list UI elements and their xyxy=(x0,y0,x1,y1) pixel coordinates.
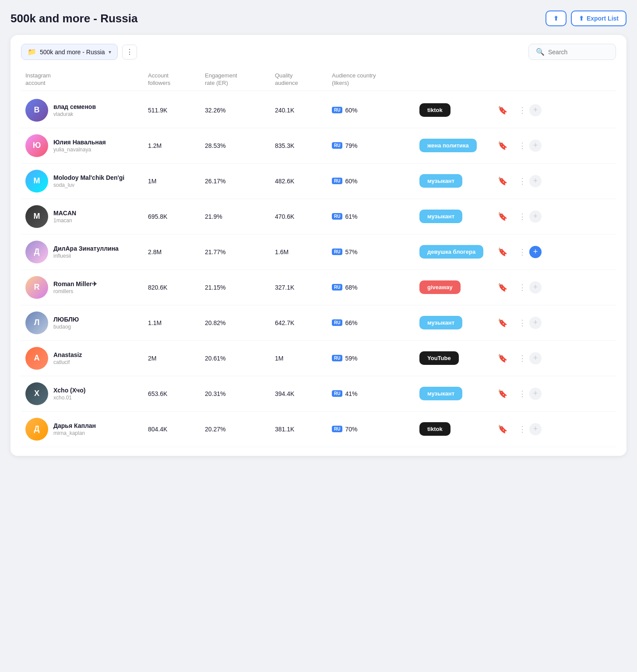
more-button[interactable]: ⋮ xyxy=(518,389,526,399)
bookmark-cell[interactable]: 🔖 xyxy=(489,105,516,115)
more-cell[interactable]: ⋮ xyxy=(516,105,529,115)
more-button[interactable]: ⋮ xyxy=(518,105,526,115)
add-button[interactable]: + xyxy=(529,140,542,152)
table-row: M Molodoy Mal'chik Den'gi soda_luv 1M 26… xyxy=(21,164,616,199)
add-button[interactable]: + xyxy=(529,352,542,364)
add-button[interactable]: + xyxy=(529,175,542,187)
more-button[interactable]: ⋮ xyxy=(518,247,526,257)
export-button[interactable]: ⬆ Export List xyxy=(571,10,626,26)
add-button[interactable]: + xyxy=(529,246,542,258)
account-handle: influesii xyxy=(53,253,119,259)
account-handle: catlucif xyxy=(53,359,82,365)
search-input[interactable] xyxy=(548,49,609,56)
add-cell[interactable]: + xyxy=(529,210,542,223)
more-cell[interactable]: ⋮ xyxy=(516,424,529,434)
more-button[interactable]: ⋮ xyxy=(518,141,526,150)
account-handle: mirna_kaplan xyxy=(53,430,96,436)
bookmark-cell[interactable]: 🔖 xyxy=(489,283,516,292)
tag-cell: tiktok xyxy=(419,422,489,436)
country-pct: 41% xyxy=(345,390,357,397)
bookmark-icon[interactable]: 🔖 xyxy=(498,212,507,221)
er-cell: 21.9% xyxy=(205,213,275,220)
tag-badge: музыкант xyxy=(419,316,462,329)
more-cell[interactable]: ⋮ xyxy=(516,354,529,363)
account-name: ДилАра Зинатуллина xyxy=(53,245,119,252)
more-button[interactable]: ⋮ xyxy=(518,176,526,186)
add-cell[interactable]: + xyxy=(529,317,542,329)
add-cell[interactable]: + xyxy=(529,281,542,294)
country-pct: 61% xyxy=(345,213,357,220)
country-flag: RU xyxy=(332,142,342,149)
bookmark-cell[interactable]: 🔖 xyxy=(489,212,516,221)
bookmark-icon[interactable]: 🔖 xyxy=(498,389,507,399)
bookmark-icon[interactable]: 🔖 xyxy=(498,354,507,363)
page-header: 500k and more - Russia ⬆ ⬆ Export List xyxy=(11,10,626,26)
account-info: Юлия Навальная yulia_navalnaya xyxy=(53,139,106,153)
more-button[interactable]: ⋮ xyxy=(518,283,526,292)
table-row: Ю Юлия Навальная yulia_navalnaya 1.2M 28… xyxy=(21,128,616,164)
country-pct: 60% xyxy=(345,178,357,185)
more-cell[interactable]: ⋮ xyxy=(516,176,529,186)
add-cell[interactable]: + xyxy=(529,388,542,400)
tag-badge: музыкант xyxy=(419,210,462,223)
more-options-button[interactable]: ⋮ xyxy=(122,45,137,60)
avatar: X xyxy=(25,382,48,405)
country-cell: RU 59% xyxy=(332,355,419,362)
bookmark-icon[interactable]: 🔖 xyxy=(498,141,507,150)
bookmark-icon[interactable]: 🔖 xyxy=(498,176,507,186)
tag-cell: tiktok xyxy=(419,103,489,117)
bookmark-cell[interactable]: 🔖 xyxy=(489,176,516,186)
tag-badge: giveaway xyxy=(419,280,461,294)
table-row: Л ЛЮБЛЮ budaog 1.1M 20.82% 642.7K RU 66%… xyxy=(21,305,616,341)
add-cell[interactable]: + xyxy=(529,104,542,116)
account-name: ЛЮБЛЮ xyxy=(53,316,79,323)
col-tag xyxy=(419,72,489,87)
add-button[interactable]: + xyxy=(529,423,542,435)
more-cell[interactable]: ⋮ xyxy=(516,283,529,292)
bookmark-icon[interactable]: 🔖 xyxy=(498,247,507,257)
more-button[interactable]: ⋮ xyxy=(518,354,526,363)
bookmark-cell[interactable]: 🔖 xyxy=(489,141,516,150)
country-cell: RU 60% xyxy=(332,178,419,185)
add-button[interactable]: + xyxy=(529,104,542,116)
bookmark-cell[interactable]: 🔖 xyxy=(489,247,516,257)
add-button[interactable]: + xyxy=(529,388,542,400)
bookmark-icon[interactable]: 🔖 xyxy=(498,318,507,328)
list-selector[interactable]: 📁 500k and more - Russia ▾ xyxy=(21,44,118,60)
search-box[interactable]: 🔍 xyxy=(528,44,616,60)
add-cell[interactable]: + xyxy=(529,352,542,364)
more-cell[interactable]: ⋮ xyxy=(516,141,529,150)
more-button[interactable]: ⋮ xyxy=(518,212,526,221)
more-cell[interactable]: ⋮ xyxy=(516,212,529,221)
country-cell: RU 57% xyxy=(332,248,419,256)
account-name: влад семенов xyxy=(53,103,96,110)
er-cell: 28.53% xyxy=(205,142,275,149)
followers-cell: 695.8K xyxy=(148,213,205,220)
more-cell[interactable]: ⋮ xyxy=(516,318,529,328)
bookmark-cell[interactable]: 🔖 xyxy=(489,318,516,328)
add-cell[interactable]: + xyxy=(529,423,542,435)
more-cell[interactable]: ⋮ xyxy=(516,247,529,257)
add-button[interactable]: + xyxy=(529,210,542,223)
add-cell[interactable]: + xyxy=(529,246,542,258)
avatar: Ю xyxy=(25,134,48,157)
more-button[interactable]: ⋮ xyxy=(518,318,526,328)
bookmark-icon[interactable]: 🔖 xyxy=(498,424,507,434)
more-cell[interactable]: ⋮ xyxy=(516,389,529,399)
bookmark-icon[interactable]: 🔖 xyxy=(498,105,507,115)
country-flag: RU xyxy=(332,284,342,290)
bookmark-icon[interactable]: 🔖 xyxy=(498,283,507,292)
country-flag: RU xyxy=(332,178,342,184)
add-button[interactable]: + xyxy=(529,317,542,329)
bookmark-cell[interactable]: 🔖 xyxy=(489,354,516,363)
add-cell[interactable]: + xyxy=(529,140,542,152)
more-button[interactable]: ⋮ xyxy=(518,424,526,434)
add-button[interactable]: + xyxy=(529,281,542,294)
add-cell[interactable]: + xyxy=(529,175,542,187)
er-cell: 20.27% xyxy=(205,426,275,433)
bookmark-cell[interactable]: 🔖 xyxy=(489,424,516,434)
upload-button[interactable]: ⬆ xyxy=(545,10,567,26)
followers-cell: 653.6K xyxy=(148,390,205,397)
bookmark-cell[interactable]: 🔖 xyxy=(489,389,516,399)
followers-cell: 2M xyxy=(148,355,205,362)
